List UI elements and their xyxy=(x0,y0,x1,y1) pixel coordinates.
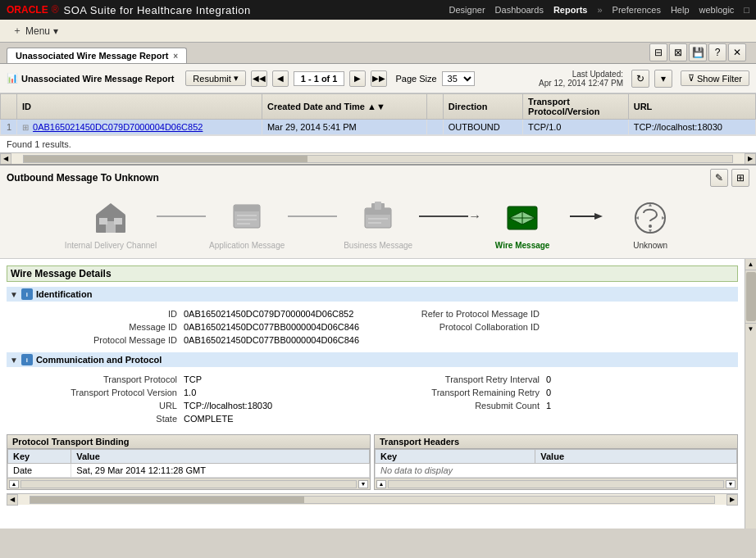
scroll-right[interactable]: ▶ xyxy=(745,153,756,165)
resubmit-label: Resubmit Count xyxy=(376,400,540,411)
app-title: SOA Suite for Healthcare Integration xyxy=(64,4,449,16)
ptb-value: Sat, 29 Mar 2014 12:11:28 GMT xyxy=(71,464,370,478)
window-controls: □ xyxy=(744,5,749,15)
row-direction: OUTBOUND xyxy=(443,120,522,135)
ptb-scroll-down[interactable]: ▼ xyxy=(358,480,368,488)
bottom-scroll-right[interactable]: ▶ xyxy=(726,494,738,506)
refresh-button[interactable]: ↻ xyxy=(631,70,649,88)
table-row[interactable]: 1 ⊞ 0AB165021450DC079D7000004D06C852 Mar… xyxy=(1,120,756,135)
col-created[interactable]: Created Date and Time ▲▼ xyxy=(262,94,426,120)
internal-label: Internal Delivery Channel xyxy=(65,241,157,250)
nav-next-button[interactable]: ▶ xyxy=(349,70,366,87)
nav-prev-button[interactable]: ◀ xyxy=(272,70,289,87)
filter-label: Show Filter xyxy=(697,74,742,84)
outbound-expand-button[interactable]: ⊞ xyxy=(731,169,749,187)
detach-button[interactable]: ⊟ xyxy=(649,43,667,61)
connector-3: → xyxy=(419,209,481,224)
col-transport[interactable]: TransportProtocol/Version xyxy=(523,94,629,120)
app-icon xyxy=(227,198,266,238)
bottom-hscroll-thumb[interactable] xyxy=(30,497,304,503)
bottom-hscroll[interactable]: ◀ ▶ xyxy=(7,493,738,505)
toolbar-icon: 📊 xyxy=(7,73,18,84)
wire-icon xyxy=(503,198,542,238)
ptb-col-value: Value xyxy=(71,450,370,464)
flow-node-wire[interactable]: Wire Message xyxy=(481,198,563,250)
report-tab[interactable]: Unassociated Wire Message Report × xyxy=(7,48,187,63)
svg-marker-1 xyxy=(96,203,125,215)
vscroll-up[interactable]: ▲ xyxy=(745,259,757,270)
row-id[interactable]: ⊞ 0AB165021450DC079D7000004D06C852 xyxy=(17,120,262,135)
sort-arrows[interactable]: ▲▼ xyxy=(367,102,385,111)
nav-dashboards[interactable]: Dashboards xyxy=(495,5,544,15)
nav-user[interactable]: weblogic xyxy=(699,5,735,15)
hscroll-area[interactable]: ◀ ▶ xyxy=(0,152,756,164)
section-comm-icon: i xyxy=(21,354,33,365)
right-scrollbar[interactable]: ▲ ▼ xyxy=(745,259,756,529)
collapse-identification[interactable]: ▼ xyxy=(10,290,18,299)
page-size-select[interactable]: 35 25 50 100 xyxy=(442,71,475,86)
resubmit-button[interactable]: Resubmit ▾ xyxy=(185,70,245,86)
vscroll-thumb[interactable] xyxy=(746,272,756,321)
section-comm-label: Communication and Protocol xyxy=(36,355,162,365)
flow-node-unknown[interactable]: Unknown xyxy=(609,198,691,250)
nav-help[interactable]: Help xyxy=(671,5,690,15)
hscroll-thumb[interactable] xyxy=(24,156,307,162)
nav-designer[interactable]: Designer xyxy=(449,5,485,15)
section-identification[interactable]: ▼ i Identification xyxy=(7,287,738,302)
tab-close[interactable]: × xyxy=(173,52,178,61)
nav-first-button[interactable]: ◀◀ xyxy=(251,70,267,87)
flow-node-internal[interactable]: Internal Delivery Channel xyxy=(65,198,157,250)
refer-label: Refer to Protocol Message ID xyxy=(376,308,540,320)
empty-value xyxy=(546,334,731,346)
col-direction[interactable]: Direction xyxy=(443,94,522,120)
svg-point-26 xyxy=(635,203,665,233)
menu-button[interactable]: ＋ Menu ▾ xyxy=(7,21,64,40)
save-button[interactable]: 💾 xyxy=(689,43,707,61)
resubmit-label: Resubmit xyxy=(193,74,230,84)
close-tab-button[interactable]: ✕ xyxy=(728,43,746,61)
ptb-scroll[interactable]: ▲ ▼ xyxy=(7,478,370,489)
row-transport: TCP/1.0 xyxy=(523,120,629,135)
outbound-edit-button[interactable]: ✎ xyxy=(710,169,728,187)
bottom-scroll-left[interactable]: ◀ xyxy=(7,494,18,506)
help-tab-button[interactable]: ? xyxy=(708,43,726,61)
th-scroll-up[interactable]: ▲ xyxy=(376,480,386,488)
row-id-link[interactable]: 0AB165021450DC079D7000004D06C852 xyxy=(33,122,203,132)
svg-rect-13 xyxy=(368,222,381,224)
col-url[interactable]: URL xyxy=(628,94,755,120)
refresh-options-button[interactable]: ▾ xyxy=(654,70,672,88)
hscroll-track[interactable] xyxy=(23,155,733,163)
bottom-hscroll-track[interactable] xyxy=(30,496,715,504)
th-no-data-row: No data to display xyxy=(376,464,737,478)
scroll-left[interactable]: ◀ xyxy=(0,153,11,165)
proto-label: Protocol Message ID xyxy=(13,334,177,346)
restore-button[interactable]: ⊠ xyxy=(669,43,687,61)
col-empty xyxy=(426,94,443,120)
transport-headers-title: Transport Headers xyxy=(375,435,737,449)
final-arrow xyxy=(563,208,609,225)
vscroll-down[interactable]: ▼ xyxy=(745,323,757,334)
app-label: Application Message xyxy=(209,241,285,250)
svg-marker-25 xyxy=(594,213,603,220)
unknown-label: Unknown xyxy=(633,241,667,250)
nav-reports[interactable]: Reports xyxy=(553,5,588,15)
collapse-communication[interactable]: ▼ xyxy=(10,356,18,365)
filter-icon: ⊽ xyxy=(688,73,695,84)
remaining-value: 0 xyxy=(546,387,731,398)
section-communication[interactable]: ▼ i Communication and Protocol xyxy=(7,352,738,367)
th-no-data: No data to display xyxy=(376,464,737,478)
flow-node-biz[interactable]: Business Message xyxy=(337,198,419,250)
row-num: 1 xyxy=(1,120,17,135)
col-id[interactable]: ID xyxy=(17,94,262,120)
proto-value: 0AB165021450DC077BB0000004D06C846 xyxy=(184,334,369,346)
show-filter-button[interactable]: ⊽ Show Filter xyxy=(681,70,749,86)
flow-node-app[interactable]: Application Message xyxy=(206,198,288,250)
toolbar-label: Unassociated Wire Message Report xyxy=(21,74,174,84)
svg-rect-7 xyxy=(237,215,257,216)
retry-interval-value: 0 xyxy=(546,374,731,385)
nav-last-button[interactable]: ▶▶ xyxy=(371,70,387,87)
th-scroll[interactable]: ▲ ▼ xyxy=(375,478,737,489)
ptb-scroll-up[interactable]: ▲ xyxy=(9,480,19,488)
th-scroll-down[interactable]: ▼ xyxy=(726,480,736,488)
nav-preferences[interactable]: Preferences xyxy=(613,5,661,15)
